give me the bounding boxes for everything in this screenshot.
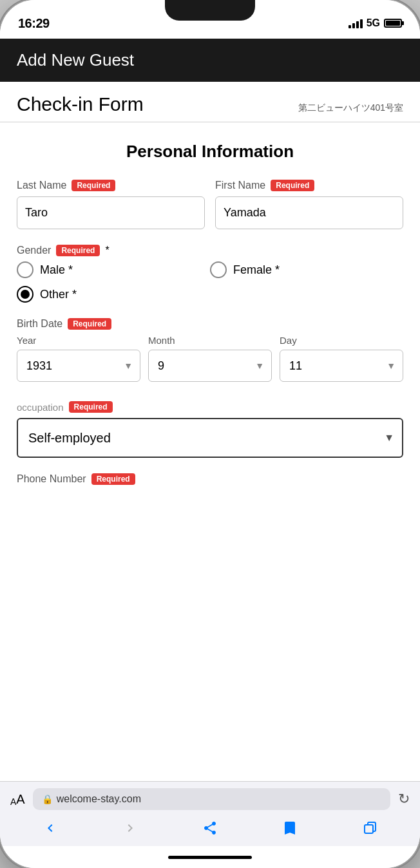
phone-notch bbox=[165, 0, 255, 21]
birth-date-group: Birth Date Required Year 1931 ▼ bbox=[17, 318, 403, 382]
refresh-button[interactable]: ↻ bbox=[398, 791, 410, 807]
year-label: Year bbox=[17, 335, 140, 346]
forward-button[interactable] bbox=[116, 818, 144, 838]
first-name-input[interactable] bbox=[215, 196, 403, 229]
svg-rect-0 bbox=[365, 825, 373, 833]
occupation-required-badge: Required bbox=[69, 401, 113, 413]
occupation-label-row: occupation Required bbox=[17, 401, 403, 413]
phone-shell: 16:29 5G Add New Guest Check-in Form 第二ビ… bbox=[0, 0, 420, 868]
gender-female-radio[interactable] bbox=[210, 261, 227, 278]
font-size-button[interactable]: AA bbox=[10, 792, 25, 807]
name-row: Last Name Required First Name Required bbox=[17, 180, 403, 229]
phone-number-group: Phone Number Required bbox=[17, 473, 403, 485]
occupation-label-text: occupation bbox=[17, 402, 64, 413]
app-header-title: Add New Guest bbox=[17, 50, 403, 70]
back-button[interactable] bbox=[36, 818, 64, 838]
checkin-title: Check-in Form bbox=[17, 93, 144, 115]
app-header: Add New Guest bbox=[0, 39, 420, 82]
birth-date-required-badge: Required bbox=[68, 318, 111, 330]
last-name-input[interactable] bbox=[17, 196, 205, 229]
phone-label-row: Phone Number Required bbox=[17, 473, 403, 485]
gender-label: Gender Required * bbox=[17, 245, 403, 256]
gender-label-text: Gender bbox=[17, 245, 51, 256]
font-size-small-a: A bbox=[10, 797, 16, 807]
date-selects-row: Year 1931 ▼ Month 9 bbox=[17, 335, 403, 382]
birth-date-label-text: Birth Date bbox=[17, 318, 62, 330]
day-field: Day 11 ▼ bbox=[280, 335, 403, 382]
browser-nav-row bbox=[10, 816, 410, 840]
last-name-required-badge: Required bbox=[72, 180, 115, 191]
phone-required-badge: Required bbox=[91, 473, 135, 485]
month-label: Month bbox=[148, 335, 272, 346]
last-name-label: Last Name Required bbox=[17, 180, 205, 191]
home-bar bbox=[168, 856, 252, 859]
signal-icon bbox=[348, 18, 363, 28]
day-select[interactable]: 11 bbox=[280, 350, 403, 382]
url-text: welcome-stay.com bbox=[57, 793, 141, 805]
year-field: Year 1931 ▼ bbox=[17, 335, 140, 382]
gender-male-option[interactable]: Male * bbox=[17, 261, 210, 278]
content-area: Check-in Form 第二ビューハイツ401号室 Personal Inf… bbox=[0, 82, 420, 781]
home-indicator bbox=[0, 846, 420, 868]
checkin-subtitle: 第二ビューハイツ401号室 bbox=[298, 102, 403, 114]
form-body: Personal Information Last Name Required … bbox=[0, 122, 420, 513]
lock-icon: 🔒 bbox=[42, 794, 53, 804]
first-name-required-badge: Required bbox=[271, 180, 314, 191]
last-name-label-text: Last Name bbox=[17, 180, 66, 191]
month-select[interactable]: 9 bbox=[148, 350, 272, 382]
phone-label-text: Phone Number bbox=[17, 473, 86, 485]
url-bar[interactable]: 🔒 welcome-stay.com bbox=[33, 788, 390, 810]
year-select-wrapper: 1931 ▼ bbox=[17, 350, 140, 382]
gender-female-label: Female * bbox=[233, 263, 280, 277]
occupation-group: occupation Required Self-employed Employ… bbox=[17, 401, 403, 458]
day-select-wrapper: 11 ▼ bbox=[280, 350, 403, 382]
gender-other-radio[interactable] bbox=[17, 286, 33, 303]
occupation-select[interactable]: Self-employed Employed Student Retired O… bbox=[17, 418, 403, 458]
month-select-wrapper: 9 ▼ bbox=[148, 350, 272, 382]
gender-female-option[interactable]: Female * bbox=[210, 261, 403, 278]
checkin-header: Check-in Form 第二ビューハイツ401号室 bbox=[0, 82, 420, 122]
gender-group: Gender Required * Male * Female * bbox=[17, 245, 403, 303]
occupation-select-wrapper: Self-employed Employed Student Retired O… bbox=[17, 418, 403, 458]
gender-other-label: Other * bbox=[40, 288, 77, 301]
first-name-label-text: First Name bbox=[215, 180, 265, 191]
browser-bar: AA 🔒 welcome-stay.com ↻ bbox=[0, 781, 420, 846]
bookmarks-button[interactable] bbox=[276, 818, 304, 838]
gender-male-label: Male * bbox=[40, 263, 73, 277]
network-label: 5G bbox=[367, 17, 380, 29]
year-select[interactable]: 1931 bbox=[17, 350, 140, 382]
section-title: Personal Information bbox=[17, 142, 403, 162]
gender-male-radio[interactable] bbox=[17, 261, 33, 278]
first-name-field: First Name Required bbox=[215, 180, 403, 229]
battery-icon bbox=[384, 19, 402, 28]
last-name-field: Last Name Required bbox=[17, 180, 205, 229]
birth-date-label-row: Birth Date Required bbox=[17, 318, 403, 330]
first-name-label: First Name Required bbox=[215, 180, 403, 191]
gender-required-badge: Required bbox=[56, 245, 100, 256]
gender-other-radio-fill bbox=[21, 290, 30, 299]
day-label: Day bbox=[280, 335, 403, 346]
gender-other-option[interactable]: Other * bbox=[17, 286, 403, 303]
url-row: AA 🔒 welcome-stay.com ↻ bbox=[10, 788, 410, 810]
status-time: 16:29 bbox=[18, 16, 50, 31]
gender-asterisk: * bbox=[105, 245, 109, 256]
font-size-big-a: A bbox=[16, 792, 24, 806]
status-icons: 5G bbox=[348, 17, 402, 29]
month-field: Month 9 ▼ bbox=[148, 335, 272, 382]
share-button[interactable] bbox=[196, 818, 224, 838]
gender-radio-group: Male * Female * Other * bbox=[17, 261, 403, 303]
tabs-button[interactable] bbox=[356, 818, 384, 838]
